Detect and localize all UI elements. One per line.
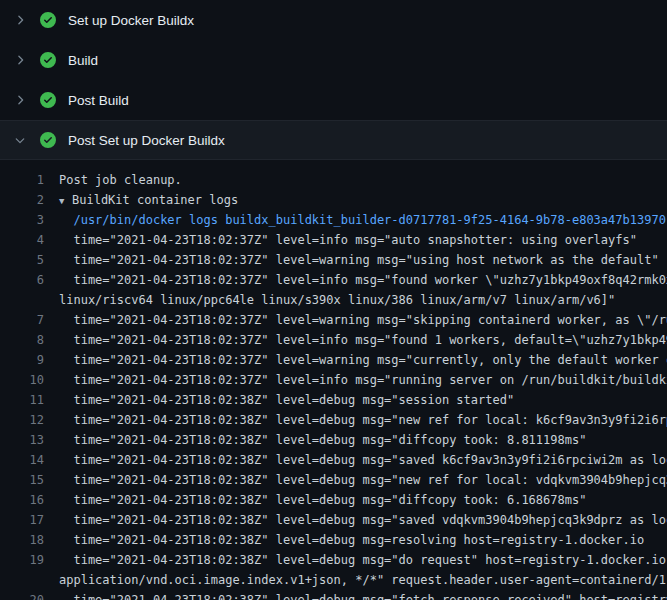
line-number[interactable]: 8 bbox=[0, 330, 44, 350]
line-number[interactable]: 17 bbox=[0, 510, 44, 530]
line-number[interactable]: 6 bbox=[0, 270, 44, 290]
log-line: 4 time="2021-04-23T18:02:37Z" level=info… bbox=[0, 230, 667, 250]
log-line: 9 time="2021-04-23T18:02:37Z" level=warn… bbox=[0, 350, 667, 370]
chevron-icon[interactable] bbox=[12, 12, 28, 28]
step-section-header[interactable]: Build bbox=[0, 40, 667, 80]
line-number[interactable]: 19 bbox=[0, 550, 44, 570]
line-number[interactable]: 12 bbox=[0, 410, 44, 430]
line-text: time="2021-04-23T18:02:38Z" level=debug … bbox=[59, 490, 586, 510]
line-number[interactable]: 5 bbox=[0, 250, 44, 270]
line-text: time="2021-04-23T18:02:38Z" level=debug … bbox=[59, 550, 667, 570]
log-line: 5 time="2021-04-23T18:02:37Z" level=warn… bbox=[0, 250, 667, 270]
line-text: time="2021-04-23T18:02:37Z" level=info m… bbox=[59, 270, 667, 290]
log-line: 3 /usr/bin/docker logs buildx_buildkit_b… bbox=[0, 210, 667, 230]
line-text: /usr/bin/docker logs buildx_buildkit_bui… bbox=[59, 210, 666, 230]
log-line: 7 time="2021-04-23T18:02:37Z" level=warn… bbox=[0, 310, 667, 330]
line-number[interactable]: 15 bbox=[0, 470, 44, 490]
log-line: application/vnd.oci.image.index.v1+json,… bbox=[0, 570, 667, 590]
line-number[interactable]: 13 bbox=[0, 430, 44, 450]
actions-log-viewer: Set up Docker Buildx Build Post Build bbox=[0, 0, 667, 600]
line-number[interactable]: 7 bbox=[0, 310, 44, 330]
log-line: 11 time="2021-04-23T18:02:38Z" level=deb… bbox=[0, 390, 667, 410]
line-text: time="2021-04-23T18:02:38Z" level=debug … bbox=[59, 450, 667, 470]
step-section-header[interactable]: Set up Docker Buildx bbox=[0, 0, 667, 40]
step-section-header[interactable]: Post Set up Docker Buildx bbox=[0, 120, 667, 160]
chevron-icon[interactable] bbox=[12, 92, 28, 108]
log-line: 13 time="2021-04-23T18:02:38Z" level=deb… bbox=[0, 430, 667, 450]
log-line: 2 ▼BuildKit container logs bbox=[0, 190, 667, 210]
line-number[interactable] bbox=[0, 290, 44, 310]
check-circle-icon bbox=[40, 132, 56, 148]
line-text: ▼BuildKit container logs bbox=[59, 190, 238, 210]
log-line: 18 time="2021-04-23T18:02:38Z" level=deb… bbox=[0, 530, 667, 550]
chevron-icon[interactable] bbox=[12, 132, 28, 148]
step-section-label: Build bbox=[68, 53, 98, 68]
log-line: 19 time="2021-04-23T18:02:38Z" level=deb… bbox=[0, 550, 667, 570]
line-number[interactable]: 11 bbox=[0, 390, 44, 410]
line-text: time="2021-04-23T18:02:37Z" level=info m… bbox=[59, 370, 667, 390]
line-text: time="2021-04-23T18:02:38Z" level=debug … bbox=[59, 390, 514, 410]
chevron-icon[interactable] bbox=[12, 52, 28, 68]
step-section-label: Post Build bbox=[68, 93, 129, 108]
line-text: time="2021-04-23T18:02:38Z" level=debug … bbox=[59, 430, 586, 450]
line-number[interactable]: 1 bbox=[0, 170, 44, 190]
step-section-label: Post Set up Docker Buildx bbox=[68, 133, 225, 148]
line-number[interactable] bbox=[0, 570, 44, 590]
line-text: time="2021-04-23T18:02:37Z" level=info m… bbox=[59, 330, 667, 350]
log-area: 1 Post job cleanup. 2 ▼BuildKit containe… bbox=[0, 160, 667, 600]
log-line: 10 time="2021-04-23T18:02:37Z" level=inf… bbox=[0, 370, 667, 390]
line-number[interactable]: 18 bbox=[0, 530, 44, 550]
line-text: time="2021-04-23T18:02:38Z" level=debug … bbox=[59, 530, 644, 550]
check-circle-icon bbox=[40, 52, 56, 68]
log-line: 20 time="2021-04-23T18:02:38Z" level=deb… bbox=[0, 590, 667, 600]
line-text: time="2021-04-23T18:02:38Z" level=debug … bbox=[59, 510, 667, 530]
line-number[interactable]: 4 bbox=[0, 230, 44, 250]
log-line: 12 time="2021-04-23T18:02:38Z" level=deb… bbox=[0, 410, 667, 430]
line-text: time="2021-04-23T18:02:37Z" level=info m… bbox=[59, 230, 637, 250]
log-line: 8 time="2021-04-23T18:02:37Z" level=info… bbox=[0, 330, 667, 350]
line-text: time="2021-04-23T18:02:37Z" level=warnin… bbox=[59, 250, 659, 270]
line-text: Post job cleanup. bbox=[59, 170, 182, 190]
line-text: time="2021-04-23T18:02:38Z" level=debug … bbox=[59, 590, 667, 600]
log-line: 15 time="2021-04-23T18:02:38Z" level=deb… bbox=[0, 470, 667, 490]
log-line: 14 time="2021-04-23T18:02:38Z" level=deb… bbox=[0, 450, 667, 470]
log-line: linux/riscv64 linux/ppc64le linux/s390x … bbox=[0, 290, 667, 310]
line-number[interactable]: 20 bbox=[0, 590, 44, 600]
group-toggle-icon[interactable]: ▼ bbox=[59, 191, 72, 211]
line-text: linux/riscv64 linux/ppc64le linux/s390x … bbox=[59, 290, 615, 310]
line-text: time="2021-04-23T18:02:38Z" level=debug … bbox=[59, 470, 667, 490]
log-line: 1 Post job cleanup. bbox=[0, 170, 667, 190]
check-circle-icon bbox=[40, 12, 56, 28]
line-text: time="2021-04-23T18:02:37Z" level=warnin… bbox=[59, 310, 667, 330]
line-text: time="2021-04-23T18:02:38Z" level=debug … bbox=[59, 410, 667, 430]
line-number[interactable]: 10 bbox=[0, 370, 44, 390]
line-text: application/vnd.oci.image.index.v1+json,… bbox=[59, 570, 667, 590]
line-number[interactable]: 9 bbox=[0, 350, 44, 370]
line-number[interactable]: 14 bbox=[0, 450, 44, 470]
log-line: 6 time="2021-04-23T18:02:37Z" level=info… bbox=[0, 270, 667, 290]
step-sections: Set up Docker Buildx Build Post Build bbox=[0, 0, 667, 160]
log-line: 17 time="2021-04-23T18:02:38Z" level=deb… bbox=[0, 510, 667, 530]
log-line: 16 time="2021-04-23T18:02:38Z" level=deb… bbox=[0, 490, 667, 510]
line-number[interactable]: 3 bbox=[0, 210, 44, 230]
line-number[interactable]: 2 bbox=[0, 190, 44, 210]
check-circle-icon bbox=[40, 92, 56, 108]
step-section-label: Set up Docker Buildx bbox=[68, 13, 194, 28]
line-text: time="2021-04-23T18:02:37Z" level=warnin… bbox=[59, 350, 667, 370]
line-number[interactable]: 16 bbox=[0, 490, 44, 510]
step-section-header[interactable]: Post Build bbox=[0, 80, 667, 120]
